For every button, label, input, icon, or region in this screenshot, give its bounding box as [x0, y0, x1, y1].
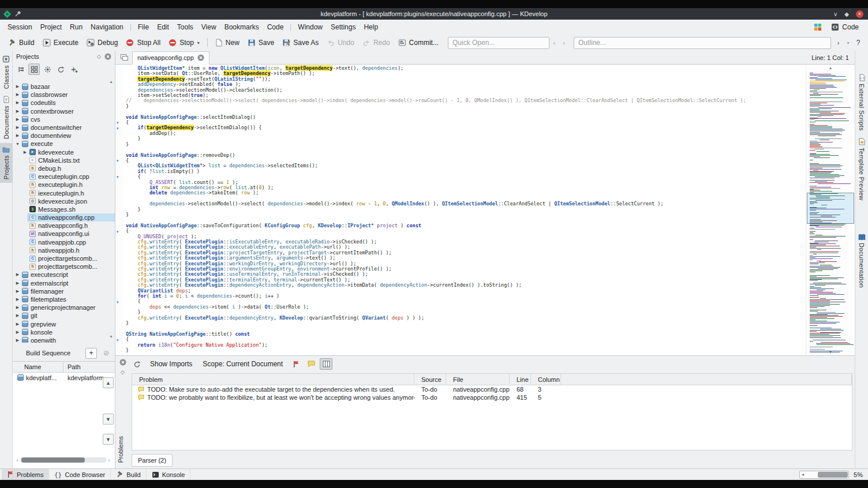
scrollbar-thumb[interactable]	[21, 457, 85, 463]
code-line[interactable]: return i18n("Configure Native Applicatio…	[126, 343, 806, 348]
statusbar-build-button[interactable]: Build	[111, 469, 146, 480]
menu-edit[interactable]: Edit	[153, 21, 173, 33]
fold-marker-icon[interactable]: ▾	[117, 120, 119, 125]
column-header-name[interactable]: Name	[13, 362, 63, 372]
menu-bookmarks[interactable]: Bookmarks	[220, 21, 263, 33]
code-area[interactable]: QListWidgetItem* item = new QListWidgetI…	[123, 65, 806, 355]
expand-arrow-icon[interactable]: ▶	[14, 133, 21, 138]
expand-arrow-icon[interactable]: ▶	[14, 338, 21, 343]
code-menu-button[interactable]: Code	[828, 22, 862, 32]
code-line[interactable]: delete dependencies->takeItem( row );	[126, 190, 806, 196]
code-line[interactable]: if( !list.isEmpty() )	[126, 169, 806, 174]
help-button[interactable]: ?	[853, 37, 863, 49]
fold-marker-icon[interactable]: ▾	[117, 126, 119, 131]
code-line[interactable]: addDep();	[126, 131, 806, 136]
code-line[interactable]: }	[126, 348, 806, 353]
code-line[interactable]: for( int i = 0; i < dependencies->count(…	[126, 294, 806, 299]
tree-item-projecttargetscomb[interactable]: hprojecttargetscomb...	[13, 262, 115, 271]
expand-arrow-icon[interactable]: ▶	[14, 281, 21, 286]
show-imports-button[interactable]: Show Imports	[147, 358, 196, 370]
refresh-icon[interactable]	[130, 358, 143, 370]
tree-item-git[interactable]: ▶git	[13, 311, 115, 320]
float-panel-icon[interactable]: ◇	[97, 54, 101, 59]
code-line[interactable]: QString NativeAppConfigPage::title() con…	[126, 332, 806, 337]
code-line[interactable]: }	[126, 104, 806, 109]
code-line[interactable]: cfg.writeEntry( ExecutePlugin::dependenc…	[126, 283, 806, 288]
nav-forward-button[interactable]: ›	[559, 37, 569, 49]
code-line[interactable]: deps << dependencies->item( i )->data( Q…	[126, 305, 806, 310]
menu-session[interactable]: Session	[3, 21, 36, 33]
tree-item-classbrowser[interactable]: ▶classbrowser	[13, 91, 115, 99]
zoom-slider[interactable]: ◂	[799, 471, 849, 479]
tree-item-externalscript[interactable]: ▶externalscript	[13, 279, 115, 287]
tree-item-kdevexecute[interactable]: ▶▸kdevexecute	[13, 148, 115, 156]
new-button[interactable]: New	[212, 36, 243, 49]
chevron-down-icon[interactable]: ▾	[843, 37, 853, 49]
slider-left-icon[interactable]: ◂	[800, 472, 804, 477]
tree-scroll-up-icon[interactable]: ▲	[109, 80, 113, 84]
horizontal-scrollbar[interactable]: ‹ ›	[14, 456, 112, 464]
gear-button[interactable]	[42, 63, 53, 75]
tree-scroll-down-icon[interactable]: ▼	[109, 335, 113, 339]
menu-file[interactable]: File	[134, 21, 153, 33]
tree-item-openwith[interactable]: ▶openwith	[13, 336, 115, 343]
scroll-down-icon[interactable]: ▼	[806, 350, 855, 354]
undo-button[interactable]: Undo	[323, 36, 358, 49]
tree-item-executeplugin-h[interactable]: hexecuteplugin.h	[13, 181, 115, 189]
tree-item-nativeappconfig-ui[interactable]: uinativeappconfig.ui	[13, 230, 115, 238]
tree-item-nativeappjob-h[interactable]: hnativeappjob.h	[13, 246, 115, 254]
code-line[interactable]: QList<QListWidgetItem*> list = dependenc…	[126, 163, 806, 168]
menu-project[interactable]: Project	[36, 21, 66, 33]
float-bottom-panel-icon[interactable]: ◇	[121, 369, 125, 375]
execute-button[interactable]: Execute	[39, 36, 82, 49]
code-line[interactable]: {	[126, 228, 806, 234]
statusbar-konsole-button[interactable]: Konsole	[147, 469, 191, 480]
comment-button[interactable]	[305, 358, 317, 370]
code-line[interactable]: cfg.writeEntry( ExecutePlugin::dependenc…	[126, 316, 806, 321]
problems-side-tab[interactable]: Problems	[117, 436, 124, 463]
activities-grid-icon[interactable]	[814, 23, 822, 31]
menu-view[interactable]: View	[197, 21, 220, 33]
tree-item-executescript[interactable]: ▶executescript	[13, 271, 115, 279]
column-header-line[interactable]: Line	[510, 374, 531, 385]
tree-item-messages-sh[interactable]: $Messages.sh	[13, 205, 115, 213]
menu-tools[interactable]: Tools	[173, 21, 197, 33]
expand-arrow-icon[interactable]: ▶	[14, 84, 21, 89]
close-window-icon[interactable]: ×	[856, 10, 863, 18]
left-tab-projects[interactable]: Projects	[0, 143, 13, 183]
right-tab-external-scripts[interactable]: External Scripts	[855, 70, 868, 134]
tree-item-nativeappconfig-h[interactable]: hnativeappconfig.h	[13, 222, 115, 230]
refresh-button[interactable]	[55, 63, 66, 75]
nav-back-button[interactable]: ‹	[549, 37, 559, 49]
collapse-arrow-icon[interactable]: ▼	[14, 142, 21, 146]
close-bottom-panel-icon[interactable]	[119, 359, 126, 366]
tree-item-documentswitcher[interactable]: ▶documentswitcher	[13, 123, 115, 132]
tree-item-documentview[interactable]: ▶documentview	[13, 132, 115, 140]
menu-code[interactable]: Code	[263, 21, 288, 33]
expand-arrow-icon[interactable]: ▶	[14, 305, 21, 310]
move-down-button[interactable]: ▼	[103, 414, 114, 425]
problem-row[interactable]: TODO: we probably want to flexibilize, b…	[132, 393, 852, 401]
close-panel-icon[interactable]	[104, 53, 111, 60]
tree-item-filetemplates[interactable]: ▶filetemplates	[13, 295, 115, 303]
document-list-icon[interactable]	[120, 54, 129, 61]
fold-marker-icon[interactable]: ▾	[117, 337, 119, 343]
tree-item-contextbrowser[interactable]: ▶contextbrowser	[13, 107, 115, 115]
right-tab-template-preview[interactable]: Template Preview	[855, 134, 868, 204]
problem-row[interactable]: TODO: Make sure to auto-add the executab…	[132, 385, 852, 393]
statusbar-code-browser-button[interactable]: {}Code Browser	[49, 469, 111, 480]
tree-item-nativeappconfig-cpp[interactable]: Cnativeappconfig.cpp	[13, 213, 115, 222]
redo-button[interactable]: Redo	[359, 36, 394, 49]
scroll-right-icon[interactable]: ›	[106, 457, 112, 463]
outline-input[interactable]: Outline...	[574, 37, 831, 49]
right-tab-documentation[interactable]: Documentation	[855, 230, 868, 291]
expand-arrow-icon[interactable]: ▶	[14, 297, 21, 302]
add-build-sequence-button[interactable]: +	[85, 348, 97, 359]
code-line[interactable]: void NativeAppConfigPage::saveToConfigur…	[126, 223, 806, 228]
code-editor[interactable]: ▾▾▾▾▾▾▾ QListWidgetItem* item = new QLis…	[115, 65, 855, 355]
fold-marker-icon[interactable]: ▾	[117, 174, 119, 179]
tree-item-executeplugin-cpp[interactable]: Cexecuteplugin.cpp	[13, 172, 115, 181]
tree-item-konsole[interactable]: ▶konsole	[13, 328, 115, 336]
fold-marker-icon[interactable]: ▾	[117, 299, 119, 305]
minimize-icon[interactable]: ∨	[833, 11, 837, 17]
